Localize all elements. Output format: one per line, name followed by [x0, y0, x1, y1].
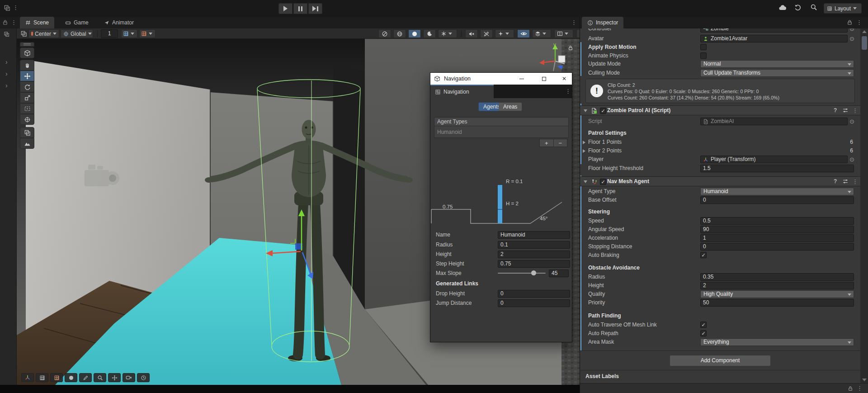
speed-field[interactable]: 0.5 — [700, 217, 854, 225]
overlay-menu-button[interactable] — [20, 127, 34, 138]
scene-pane-kebab-icon[interactable]: ⋮ — [571, 19, 577, 26]
nav-mesh-agent-component-header[interactable]: ✓ Nav Mesh Agent ? ⋮ — [580, 176, 860, 186]
oa-height-field[interactable]: 2 — [700, 282, 854, 289]
apply-root-motion-checkbox[interactable] — [700, 44, 707, 50]
help-icon[interactable]: ? — [834, 178, 837, 185]
animate-physics-checkbox[interactable] — [700, 52, 707, 59]
controller-field[interactable]: Zombie — [700, 28, 848, 33]
close-button[interactable]: ✕ — [557, 73, 572, 85]
hand-tool-button[interactable] — [20, 60, 34, 71]
agent-type-item[interactable]: Humanoid — [434, 126, 569, 138]
object-picker-icon[interactable]: ⊙ — [849, 118, 854, 125]
scroll-up-icon[interactable] — [862, 30, 867, 33]
nav-mesh-agent-enabled-checkbox[interactable]: ✓ — [600, 179, 606, 185]
tab-animator[interactable]: Animator — [99, 17, 139, 28]
help-icon[interactable]: ? — [834, 107, 837, 114]
object-picker-icon[interactable]: ⊙ — [849, 156, 854, 163]
player-field[interactable]: Player (Transform) — [700, 156, 848, 163]
foldout-open-icon[interactable] — [584, 109, 587, 112]
orientation-dropdown[interactable]: Global — [61, 29, 93, 38]
gizmo-lock-icon[interactable] — [568, 45, 573, 51]
stopping-distance-field[interactable]: 0 — [700, 243, 854, 251]
rect-tool-button[interactable] — [20, 103, 34, 114]
foldout-closed-icon[interactable] — [583, 141, 585, 144]
step-height-field[interactable]: 0.75 — [498, 260, 570, 268]
script-field[interactable]: ZombieAI — [700, 118, 848, 125]
auto-braking-checkbox[interactable]: ✓ — [700, 252, 707, 258]
move-tool-button[interactable] — [20, 71, 34, 81]
lock-icon[interactable] — [847, 19, 853, 25]
max-slope-field[interactable]: 45 — [549, 270, 569, 277]
overlay-move-button[interactable] — [21, 373, 34, 382]
pivot-dropdown[interactable]: Center — [28, 29, 59, 38]
layout-dropdown[interactable]: Layout — [824, 3, 862, 14]
component-kebab-icon[interactable]: ⋮ — [852, 178, 858, 185]
scale-tool-button[interactable] — [20, 92, 34, 103]
avatar-field[interactable]: Zombie1Avatar — [700, 35, 848, 43]
particles-dropdown-button[interactable] — [495, 29, 514, 38]
overlay-sphere-button[interactable] — [65, 373, 77, 382]
asset-labels-row[interactable]: Asset Labels — [580, 373, 860, 381]
layers-dropdown-button[interactable] — [532, 29, 551, 38]
toolbar-kebab-icon[interactable]: ⋮ — [13, 4, 19, 11]
drop-height-field[interactable]: 0 — [498, 290, 570, 298]
radius-field[interactable]: 0.1 — [498, 241, 570, 249]
acceleration-field[interactable]: 1 — [700, 234, 854, 242]
priority-field[interactable]: 50 — [700, 299, 854, 307]
object-picker-icon[interactable]: ⊙ — [849, 28, 854, 32]
scroll-down-icon[interactable] — [862, 379, 867, 381]
terrain-tool-button[interactable] — [20, 138, 34, 149]
overlay-drag-handle[interactable] — [20, 42, 34, 47]
pane-kebab-icon[interactable]: ⋮ — [11, 19, 17, 26]
grid-size-field[interactable]: 1 — [101, 29, 118, 38]
quality-dropdown[interactable]: High Quality — [700, 290, 854, 298]
name-field[interactable]: Humanoid — [498, 231, 570, 239]
tab-inspector[interactable]: Inspector — [582, 17, 623, 28]
object-picker-icon[interactable]: ⊙ — [849, 35, 854, 42]
overlay-camera-button[interactable] — [123, 373, 135, 382]
preset-icon[interactable] — [842, 178, 849, 185]
lock-icon[interactable] — [2, 19, 8, 25]
scrollbar-thumb[interactable] — [862, 36, 867, 50]
foldout-closed-icon[interactable] — [583, 149, 585, 153]
shading-mode-button[interactable] — [378, 29, 391, 38]
overlay-paint-button[interactable] — [79, 373, 92, 382]
areas-tab-button[interactable]: Areas — [499, 102, 522, 111]
view-cube-button[interactable] — [20, 47, 34, 58]
add-component-button[interactable]: Add Component — [670, 355, 771, 366]
tab-navigation[interactable]: Navigation — [430, 85, 494, 98]
remove-agent-button[interactable]: − — [554, 139, 567, 147]
tool-settings-icon[interactable] — [20, 30, 27, 37]
step-button[interactable] — [308, 3, 322, 14]
expand-chevron-icon[interactable]: › — [5, 82, 8, 89]
effects-dropdown-button[interactable] — [438, 29, 457, 38]
inspector-kebab-icon[interactable]: ⋮ — [856, 19, 862, 26]
zombie-patrol-component-header[interactable]: ✓ Zombie Patrol AI (Script) ? ⋮ — [580, 105, 860, 115]
update-mode-dropdown[interactable]: Normal — [700, 60, 854, 68]
annotation-toggle-button[interactable] — [480, 29, 493, 38]
overlay-zoom-button[interactable] — [94, 373, 106, 382]
angular-speed-field[interactable]: 90 — [700, 226, 854, 233]
2d-mode-button[interactable] — [393, 29, 406, 38]
auto-repath-checkbox[interactable]: ✓ — [700, 330, 707, 336]
add-agent-button[interactable]: + — [540, 139, 554, 147]
auto-traverse-checkbox[interactable]: ✓ — [700, 322, 707, 328]
rotate-tool-button[interactable] — [20, 81, 34, 92]
agent-type-dropdown[interactable]: Humanoid — [700, 188, 854, 195]
floor2-points-row[interactable]: Floor 2 Points 6 — [580, 147, 860, 155]
floor-height-threshold-field[interactable]: 1.5 — [700, 165, 854, 172]
culling-mode-dropdown[interactable]: Cull Update Transforms — [700, 69, 854, 77]
preset-icon[interactable] — [842, 107, 849, 114]
inspector-scrollbar[interactable] — [860, 28, 868, 383]
scene-visibility-button[interactable] — [517, 29, 530, 38]
audio-mute-button[interactable] — [465, 29, 478, 38]
area-mask-dropdown[interactable]: Everything — [700, 338, 854, 346]
component-kebab-icon[interactable]: ⋮ — [852, 107, 858, 114]
overlay-compass-button[interactable] — [137, 373, 150, 382]
moon-toggle-button[interactable] — [423, 29, 436, 38]
transform-tool-button[interactable] — [20, 114, 34, 125]
window-dock-icon[interactable] — [4, 5, 10, 11]
floor1-points-row[interactable]: Floor 1 Points 6 — [580, 138, 860, 147]
tab-game[interactable]: Game — [60, 17, 94, 28]
tab-scene[interactable]: Scene — [20, 17, 54, 28]
